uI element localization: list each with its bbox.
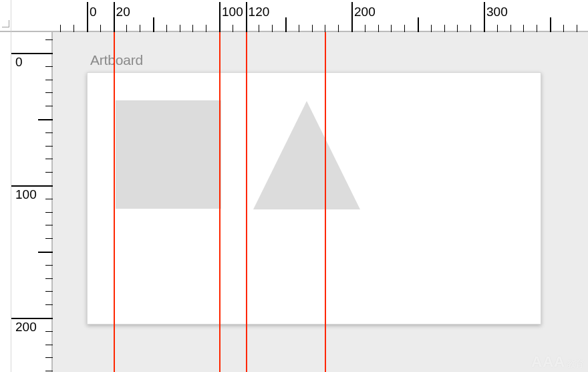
ruler-tick	[45, 92, 53, 93]
ruler-tick	[45, 291, 53, 292]
ruler-tick	[140, 25, 140, 32]
ruler-number: 200	[354, 5, 376, 19]
ruler-tick	[431, 25, 432, 32]
ruler-tick	[418, 17, 419, 32]
canvas-area[interactable]: Artboard	[53, 32, 588, 372]
svg-marker-0	[253, 101, 360, 209]
ruler-number: 0	[15, 55, 23, 70]
ruler-tick	[378, 25, 379, 32]
watermark: AAA教育	[531, 353, 584, 371]
ruler-number: 0	[90, 5, 97, 19]
ruler-tick	[45, 172, 53, 173]
ruler-tick	[444, 25, 445, 32]
artboard[interactable]	[87, 72, 541, 324]
ruler-tick	[45, 371, 53, 371]
watermark-suffix: 教育	[567, 359, 584, 369]
triangle-shape[interactable]	[253, 101, 360, 209]
ruler-tick	[45, 132, 53, 133]
rectangle-shape[interactable]	[116, 100, 221, 209]
ruler-tick	[457, 25, 458, 32]
ruler-tick	[233, 25, 233, 32]
ruler-tick	[45, 159, 53, 159]
ruler-tick	[550, 17, 551, 32]
ruler-tick	[45, 199, 53, 199]
ruler-tick	[38, 252, 53, 253]
ruler-tick	[537, 25, 537, 32]
ruler-number: 300	[486, 5, 508, 19]
ruler-origin-icon	[2, 20, 9, 27]
ruler-tick-major	[87, 2, 88, 32]
ruler-tick	[126, 25, 127, 32]
ruler-tick	[38, 119, 53, 120]
ruler-corner[interactable]	[0, 0, 11, 32]
left-gutter	[0, 32, 11, 372]
ruler-tick	[100, 25, 101, 32]
ruler-tick	[74, 25, 74, 32]
ruler-tick-major	[114, 2, 115, 32]
ruler-tick	[325, 25, 325, 32]
ruler-number: 20	[116, 5, 130, 19]
ruler-tick	[391, 25, 392, 32]
ruler-tick	[60, 25, 61, 32]
ruler-tick	[45, 278, 53, 279]
ruler-tick	[577, 25, 577, 32]
ruler-tick	[153, 17, 154, 32]
ruler-number: 200	[15, 320, 37, 335]
ruler-tick	[272, 25, 273, 32]
ruler-number: 120	[249, 5, 270, 19]
ruler-tick	[206, 25, 206, 32]
ruler-tick	[259, 25, 259, 32]
ruler-tick	[285, 17, 287, 32]
ruler-tick	[470, 25, 471, 32]
ruler-tick	[45, 39, 53, 40]
ruler-tick	[45, 357, 53, 358]
watermark-brand: AAA	[531, 353, 565, 370]
ruler-tick	[45, 345, 53, 345]
ruler-tick-major	[351, 2, 353, 32]
ruler-tick-major	[11, 185, 53, 187]
ruler-tick	[192, 25, 193, 32]
top-ruler[interactable]: 020100120200300	[53, 2, 588, 32]
ruler-tick	[45, 80, 53, 80]
ruler-tick	[497, 25, 498, 32]
ruler-tick-major	[11, 53, 53, 54]
ruler-tick	[45, 331, 53, 332]
ruler-tick	[338, 25, 339, 32]
ruler-tick	[45, 146, 53, 147]
ruler-tick	[45, 225, 53, 225]
ruler-tick	[166, 25, 167, 32]
ruler-tick	[45, 106, 53, 106]
ruler-tick	[45, 66, 53, 67]
ruler-tick	[45, 238, 53, 239]
ruler-tick	[404, 25, 405, 32]
ruler-tick	[523, 25, 524, 32]
ruler-tick	[45, 304, 53, 305]
ruler-number: 100	[15, 187, 37, 202]
ruler-tick	[180, 25, 180, 32]
ruler-number: 100	[222, 5, 243, 19]
ruler-tick	[45, 265, 53, 266]
artboard-label[interactable]: Artboard	[90, 52, 143, 68]
ruler-tick	[312, 25, 313, 32]
ruler-tick-major	[219, 2, 220, 32]
ruler-tick-major	[11, 318, 53, 319]
ruler-tick	[365, 25, 365, 32]
ruler-tick	[510, 25, 511, 32]
ruler-tick	[563, 25, 564, 32]
ruler-tick-major	[246, 2, 247, 32]
left-ruler[interactable]: 0100200	[11, 32, 53, 372]
ruler-tick	[45, 212, 53, 213]
ruler-tick-major	[484, 2, 485, 32]
ruler-tick	[299, 25, 299, 32]
